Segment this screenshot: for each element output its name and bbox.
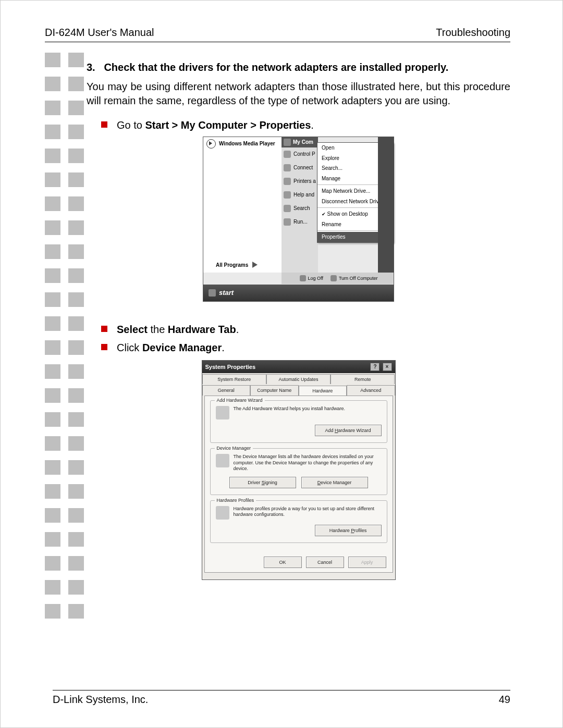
network-icon	[284, 164, 291, 171]
screenshot-system-properties: System Properties ? × System Restore Aut…	[202, 360, 396, 580]
header-right: Troubleshooting	[436, 27, 510, 39]
bullet-icon	[101, 326, 107, 332]
cancel-button[interactable]: Cancel	[306, 557, 344, 568]
run-item[interactable]: Run...	[282, 215, 318, 229]
bullet-device-manager: Click Device Manager.	[87, 341, 510, 355]
header-left: DI-624M User's Manual	[45, 27, 154, 39]
hardware-profiles-icon	[216, 506, 229, 520]
group-add-hardware: Add Hardware Wizard The Add Hardware Wiz…	[210, 400, 387, 443]
tab-general[interactable]: General	[202, 385, 251, 396]
wmp-icon	[206, 139, 216, 149]
tab-computer-name[interactable]: Computer Name	[250, 385, 299, 396]
my-computer-item[interactable]: My Com	[282, 137, 318, 147]
power-icon	[331, 275, 337, 281]
printer-icon	[284, 178, 291, 185]
page-footer: D-Link Systems, Inc. 49	[53, 690, 510, 706]
help-item[interactable]: Help and	[282, 188, 318, 202]
help-button-icon[interactable]: ?	[370, 363, 380, 371]
step-paragraph: You may be using different network adapt…	[87, 80, 510, 108]
search-icon	[284, 205, 291, 212]
desktop-sliver	[378, 137, 394, 273]
step-heading: 3. Check that the drivers for the networ…	[87, 60, 510, 75]
start-menu-right-pane: My Com Control P Connect Printers a Help…	[282, 137, 318, 273]
dialog-body: Add Hardware Wizard The Add Hardware Wiz…	[204, 396, 393, 573]
tab-remote[interactable]: Remote	[331, 374, 395, 384]
control-panel-icon	[284, 151, 291, 158]
help-icon	[284, 191, 291, 199]
logoff-icon	[300, 275, 306, 281]
bullet-start-mycomputer: Go to Start > My Computer > Properties.	[87, 118, 510, 132]
windows-flag-icon	[209, 289, 216, 297]
bullet-hardware-tab: Select the Hardware Tab.	[87, 323, 510, 337]
logoff-bar: Log Off Turn Off Computer	[282, 273, 394, 284]
connect-to-item[interactable]: Connect	[282, 161, 318, 175]
control-panel-item[interactable]: Control P	[282, 147, 318, 161]
dialog-buttons: OK Cancel Apply	[264, 557, 386, 568]
run-icon	[284, 218, 291, 226]
group-hardware-profiles: Hardware Profiles Hardware profiles prov…	[210, 500, 387, 543]
driver-signing-button[interactable]: Driver Signing	[229, 477, 296, 488]
tab-automatic-updates[interactable]: Automatic Updates	[266, 374, 331, 384]
search-item[interactable]: Search	[282, 202, 318, 215]
chevron-right-icon	[252, 262, 258, 268]
device-manager-icon	[216, 454, 229, 467]
close-icon[interactable]: ×	[383, 363, 392, 371]
tab-hardware[interactable]: Hardware	[299, 386, 347, 396]
apply-button[interactable]: Apply	[348, 557, 386, 568]
start-button[interactable]: start	[219, 288, 234, 298]
start-menu-left-pane: Windows Media Player All Programs	[203, 137, 282, 273]
decorative-squares	[45, 53, 92, 628]
device-manager-button[interactable]: Device Manager	[301, 477, 368, 488]
tab-advanced[interactable]: Advanced	[347, 385, 395, 396]
page-header: DI-624M User's Manual Troubleshooting	[45, 27, 510, 42]
bullet-icon	[101, 121, 107, 128]
footer-company: D-Link Systems, Inc.	[53, 694, 148, 706]
hardware-profiles-button[interactable]: Hardware Profiles	[315, 525, 382, 536]
ok-button[interactable]: OK	[264, 557, 302, 568]
dialog-title: System Properties	[205, 363, 256, 371]
screenshot-start-menu: Windows Media Player All Programs My Com…	[203, 137, 394, 302]
all-programs[interactable]: All Programs	[216, 262, 258, 269]
tab-row-top: System Restore Automatic Updates Remote	[202, 373, 395, 384]
bullet-icon	[101, 344, 107, 350]
tab-row-bottom: General Computer Name Hardware Advanced	[202, 384, 395, 396]
hardware-wizard-icon	[216, 406, 229, 419]
group-device-manager: Device Manager The Device Manager lists …	[210, 448, 387, 495]
start-menu-item-wmp[interactable]: Windows Media Player	[203, 137, 282, 151]
footer-page-number: 49	[499, 694, 510, 706]
logoff-button[interactable]: Log Off	[308, 275, 323, 281]
turn-off-button[interactable]: Turn Off Computer	[339, 275, 378, 281]
add-hardware-wizard-button[interactable]: Add Hardware Wizard	[315, 425, 382, 436]
computer-icon	[284, 139, 291, 146]
manual-page: DI-624M User's Manual Troubleshooting 3.…	[0, 0, 563, 728]
printers-item[interactable]: Printers a	[282, 175, 318, 188]
dialog-titlebar: System Properties ? ×	[202, 361, 395, 373]
taskbar: start	[203, 285, 394, 301]
tab-system-restore[interactable]: System Restore	[202, 374, 266, 384]
